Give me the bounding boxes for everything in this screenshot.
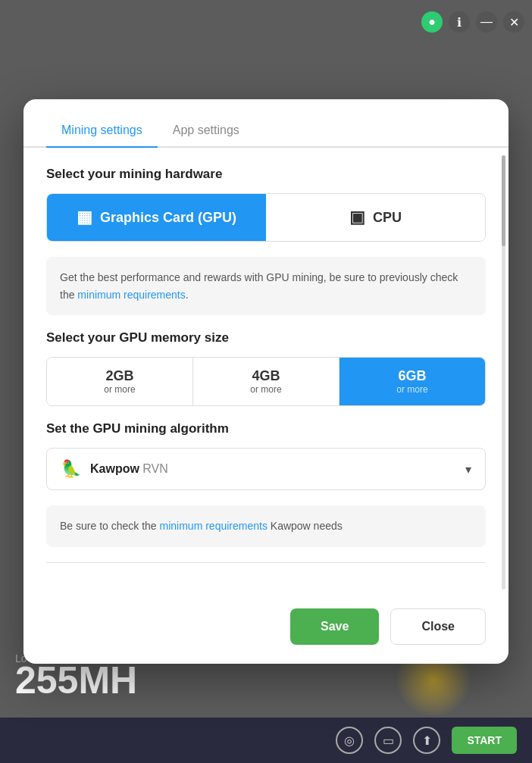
scrollbar-thumb[interactable] [502,155,505,246]
memory-4gb-value: 4GB [201,368,331,384]
tab-mining-settings[interactable]: Mining settings [46,114,158,146]
bg-icon-3: ⬆ [413,727,440,754]
start-button[interactable]: START [452,727,517,754]
algo-name: Kawpow [90,462,139,475]
top-bar-icons: ● ℹ — ✕ [421,11,524,33]
memory-4gb-label: or more [201,384,331,395]
bg-icon-2: ▭ [374,727,402,754]
scrollbar-track[interactable] [502,155,505,589]
algo-info-before: Be sure to check the [60,520,160,532]
memory-6gb-label: or more [347,384,477,395]
hardware-section-title: Select your mining hardware [46,167,486,182]
modal-footer: Save Close [23,597,509,664]
gpu-icon: ▦ [77,208,92,227]
bg-bottom-bar: ◎ ▭ ⬆ START [0,718,532,763]
memory-selector: 2GB or more 4GB or more 6GB or more [46,357,486,406]
close-button[interactable]: Close [390,608,486,645]
min-requirements-link-1[interactable]: minimum requirements [77,289,185,301]
info-text-after: . [186,289,189,301]
memory-2gb-value: 2GB [55,368,185,384]
close-window-icon[interactable]: ✕ [503,11,524,33]
gpu-info-box: Get the best performance and rewards wit… [46,257,486,315]
gpu-button[interactable]: ▦ Graphics Card (GPU) [47,194,266,241]
minimize-icon[interactable]: — [476,11,497,33]
min-requirements-link-2[interactable]: minimum requirements [160,520,268,532]
gpu-label: Graphics Card (GPU) [100,210,236,226]
footer-divider [46,562,486,563]
tab-bar: Mining settings App settings [23,99,509,148]
hardware-selector: ▦ Graphics Card (GPU) ▣ CPU [46,193,486,242]
memory-section-title: Select your GPU memory size [46,330,486,346]
info-icon[interactable]: ℹ [449,11,470,33]
settings-modal: Mining settings App settings Select your… [23,99,509,663]
algorithm-dropdown[interactable]: 🦜 Kawpow RVN ▾ [46,448,486,490]
memory-2gb-button[interactable]: 2GB or more [47,358,193,405]
algo-left: 🦜 Kawpow RVN [61,459,168,479]
tab-app-settings[interactable]: App settings [158,114,255,146]
status-icon: ● [421,11,443,33]
save-button[interactable]: Save [290,608,379,645]
memory-2gb-label: or more [55,384,185,395]
bg-icon-1: ◎ [336,727,363,754]
algorithm-section-title: Set the GPU mining algorithm [46,421,486,436]
bg-value: 255MH [15,658,137,702]
kawpow-icon: 🦜 [61,459,81,479]
cpu-button[interactable]: ▣ CPU [266,194,485,241]
modal-body: Select your mining hardware ▦ Graphics C… [23,148,509,596]
cpu-label: CPU [373,210,402,226]
memory-6gb-value: 6GB [347,368,477,384]
algo-coin: RVN [142,462,168,475]
algo-info-box: Be sure to check the minimum requirement… [46,505,486,546]
chevron-down-icon: ▾ [465,462,471,477]
algo-info-after: Kawpow needs [268,520,343,532]
cpu-icon: ▣ [349,208,365,227]
memory-4gb-button[interactable]: 4GB or more [193,358,340,405]
memory-6gb-button[interactable]: 6GB or more [340,358,485,405]
